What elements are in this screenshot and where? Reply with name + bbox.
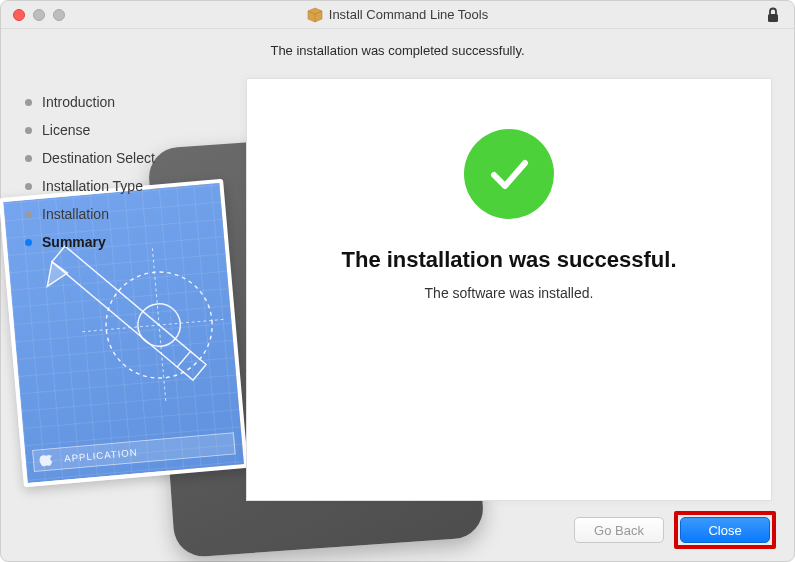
main-panel: The installation was successful. The sof… (246, 78, 772, 501)
step-list: Introduction License Destination Select … (25, 88, 231, 256)
step-label: Summary (42, 234, 106, 250)
bullet-icon (25, 127, 32, 134)
step-installation-type: Installation Type (25, 172, 231, 200)
svg-marker-0 (308, 8, 322, 22)
bullet-icon (25, 239, 32, 246)
window-zoom-button (53, 9, 65, 21)
traffic-lights (1, 9, 65, 21)
bullet-icon (25, 99, 32, 106)
body-area: APPLICATION Introduction License (1, 68, 794, 561)
success-subline: The software was installed. (425, 285, 594, 301)
step-label: Installation (42, 206, 109, 222)
step-label: Introduction (42, 94, 115, 110)
step-label: Installation Type (42, 178, 143, 194)
installer-window: Install Command Line Tools The installat… (0, 0, 795, 562)
step-license: License (25, 116, 231, 144)
subtitle: The installation was completed successfu… (1, 29, 794, 68)
bullet-icon (25, 211, 32, 218)
step-label: Destination Select (42, 150, 155, 166)
close-button-highlight: Close (674, 511, 776, 549)
package-icon (307, 7, 323, 23)
close-button[interactable]: Close (680, 517, 770, 543)
success-headline: The installation was successful. (342, 247, 677, 273)
svg-rect-2 (768, 14, 778, 22)
step-label: License (42, 122, 90, 138)
lock-icon (766, 7, 780, 23)
step-installation: Installation (25, 200, 231, 228)
sidebar: Introduction License Destination Select … (1, 68, 241, 561)
step-summary: Summary (25, 228, 231, 256)
success-check-icon (464, 129, 554, 219)
window-title: Install Command Line Tools (329, 7, 488, 22)
bullet-icon (25, 183, 32, 190)
window-close-button[interactable] (13, 9, 25, 21)
content-area: The installation was completed successfu… (1, 29, 794, 561)
footer-buttons: Go Back Close (574, 511, 776, 549)
step-introduction: Introduction (25, 88, 231, 116)
go-back-button: Go Back (574, 517, 664, 543)
titlebar: Install Command Line Tools (1, 1, 794, 29)
window-title-area: Install Command Line Tools (1, 7, 794, 23)
step-destination-select: Destination Select (25, 144, 231, 172)
window-minimize-button (33, 9, 45, 21)
bullet-icon (25, 155, 32, 162)
